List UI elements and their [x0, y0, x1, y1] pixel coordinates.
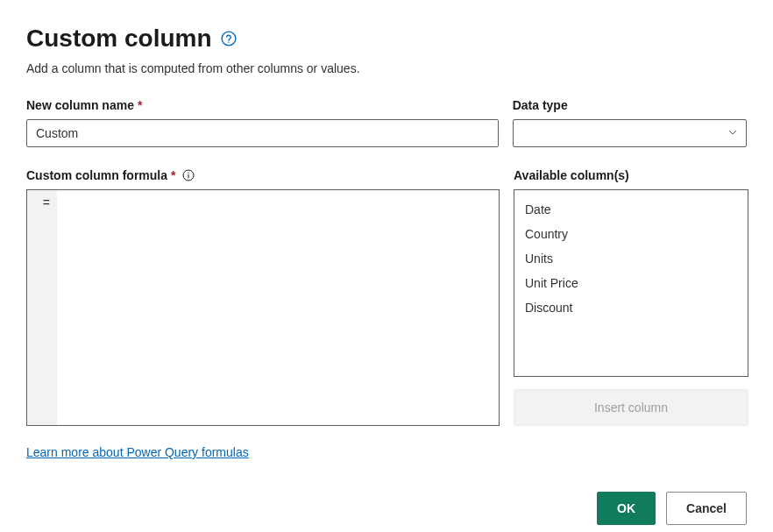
available-columns-section: Available column(s) Date Country Units U… — [514, 168, 748, 426]
list-item[interactable]: Country — [514, 222, 748, 246]
list-item[interactable]: Date — [514, 197, 748, 222]
learn-more-link[interactable]: Learn more about Power Query formulas — [26, 445, 249, 459]
list-item[interactable]: Discount — [514, 295, 748, 320]
formula-label: Custom column formula * — [26, 168, 500, 182]
label-text: New column name — [26, 98, 134, 112]
cancel-button[interactable]: Cancel — [666, 492, 747, 525]
list-item[interactable]: Units — [514, 246, 748, 271]
new-column-name-input[interactable] — [26, 119, 499, 147]
required-indicator: * — [171, 168, 175, 182]
svg-point-4 — [188, 173, 189, 174]
dialog-header: Custom column — [26, 25, 747, 53]
dialog-subtitle: Add a column that is computed from other… — [26, 61, 747, 75]
insert-column-button[interactable]: Insert column — [514, 389, 748, 426]
formula-prefix: = — [27, 190, 57, 425]
label-text: Custom column formula — [26, 168, 167, 182]
main-content-row: Custom column formula * = Learn more abo… — [26, 168, 747, 460]
required-indicator: * — [138, 98, 142, 112]
help-icon[interactable] — [221, 31, 237, 46]
info-icon[interactable] — [182, 169, 195, 181]
available-columns-list: Date Country Units Unit Price Discount — [514, 189, 748, 377]
formula-editor[interactable]: = — [26, 189, 500, 426]
new-column-name-label: New column name * — [26, 98, 499, 112]
formula-section: Custom column formula * = Learn more abo… — [26, 168, 500, 460]
dialog-title: Custom column — [26, 25, 212, 53]
data-type-label: Data type — [513, 98, 747, 112]
list-item[interactable]: Unit Price — [514, 271, 748, 295]
svg-point-1 — [228, 42, 229, 43]
svg-point-0 — [222, 32, 236, 46]
new-column-name-field: New column name * — [26, 98, 499, 147]
dialog-footer: OK Cancel — [26, 492, 747, 525]
data-type-value — [513, 119, 747, 147]
data-type-field: Data type — [513, 98, 747, 147]
ok-button[interactable]: OK — [597, 492, 656, 525]
available-columns-label: Available column(s) — [514, 168, 748, 182]
top-fields-row: New column name * Data type — [26, 98, 747, 147]
formula-input[interactable] — [57, 190, 499, 425]
data-type-select[interactable] — [513, 119, 747, 147]
